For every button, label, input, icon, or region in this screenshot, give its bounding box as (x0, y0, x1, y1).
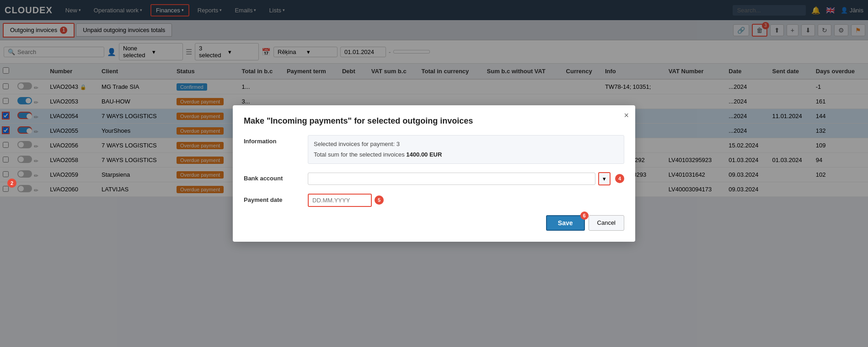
bank-dropdown-button[interactable]: ▾ (598, 172, 611, 185)
badge-2: 2 (7, 179, 16, 188)
badge-5: 5 (375, 195, 384, 197)
modal-information-row: Information Selected invoices for paymen… (244, 135, 624, 163)
badge-2-container: 2 (7, 179, 16, 188)
bank-dropdown-caret-icon: ▾ (603, 175, 606, 182)
payment-date-content: 5 (308, 194, 624, 197)
bank-account-input[interactable] (308, 173, 595, 185)
modal-payment-date-row: Payment date 5 (244, 194, 624, 197)
bank-account-content: ▾ 4 (308, 172, 624, 185)
information-label: Information (244, 135, 308, 145)
modal-title: Make "Incoming payments" for selected ou… (244, 116, 624, 126)
modal-close-button[interactable]: × (624, 111, 629, 120)
modal-bank-account-row: Bank account ▾ 4 (244, 172, 624, 185)
payment-date-input[interactable] (308, 194, 372, 197)
modal-overlay: Make "Incoming payments" for selected ou… (0, 0, 868, 197)
modal-incoming-payments: Make "Incoming payments" for selected ou… (233, 105, 635, 197)
payment-date-label: Payment date (244, 194, 308, 197)
badge-4: 4 (615, 174, 624, 183)
information-content: Selected invoices for payment: 3 Total s… (308, 135, 624, 163)
info-line2: Total sum for the selected invoices 1400… (314, 150, 618, 160)
info-line1: Selected invoices for payment: 3 (314, 139, 618, 149)
information-box: Selected invoices for payment: 3 Total s… (308, 135, 624, 163)
bank-account-label: Bank account (244, 172, 308, 182)
